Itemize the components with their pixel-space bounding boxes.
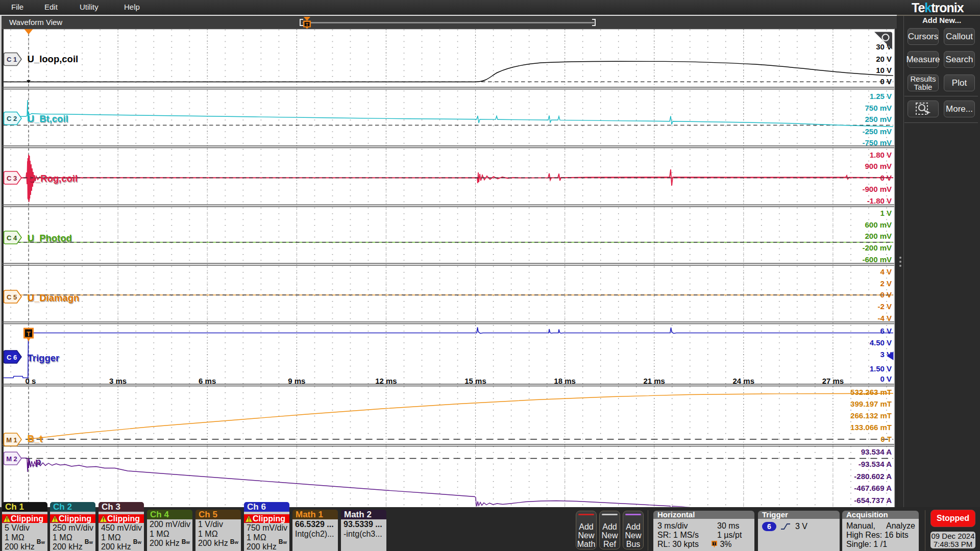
svg-text:-467.669 A: -467.669 A [854,484,892,492]
svg-text:6 ms: 6 ms [199,377,216,385]
svg-text:B_t: B_t [28,433,43,444]
svg-text:0 s: 0 s [26,377,36,385]
svg-text:-600 mV: -600 mV [862,255,892,264]
svg-text:C 5: C 5 [7,293,17,301]
svg-text:-93.534 A: -93.534 A [859,460,892,468]
svg-text:C 2: C 2 [7,115,17,122]
svg-text:0 V: 0 V [880,374,892,383]
svg-text:0 V: 0 V [880,77,892,86]
svg-text:-250 mV: -250 mV [862,127,892,136]
svg-text:1.80 V: 1.80 V [870,151,892,159]
svg-text:24 ms: 24 ms [733,377,755,385]
svg-text:250 mV: 250 mV [865,115,892,123]
svg-text:20 V: 20 V [876,55,892,63]
svg-text:U_Rog,coil: U_Rog,coil [29,173,78,184]
svg-text:U_Diamagn: U_Diamagn [28,292,80,303]
svg-text:-280.602 A: -280.602 A [854,472,892,481]
svg-text:900 mV: 900 mV [865,162,892,170]
svg-text:T: T [27,330,31,338]
svg-text:399.197 mT: 399.197 mT [850,399,892,408]
svg-text:6 V: 6 V [880,327,892,335]
svg-text:C 6: C 6 [7,354,17,361]
svg-text:-654.737 A: -654.737 A [854,496,892,505]
svg-text:-750 mV: -750 mV [862,138,892,147]
svg-text:2 V: 2 V [880,279,892,288]
svg-text:21 ms: 21 ms [643,377,665,385]
svg-text:0 V: 0 V [880,290,892,299]
svg-text:4 V: 4 V [880,267,892,276]
svg-text:M 1: M 1 [6,436,17,444]
svg-text:15 ms: 15 ms [464,377,486,385]
svg-text:10 V: 10 V [876,66,892,74]
svg-text:U_Bt,coil: U_Bt,coil [28,113,68,124]
svg-text:I_p: I_p [28,456,41,467]
svg-text:9 ms: 9 ms [288,377,305,385]
svg-text:1.25 V: 1.25 V [870,92,892,101]
svg-text:-4 V: -4 V [877,314,892,322]
svg-text:Trigger: Trigger [28,353,60,363]
svg-text:-200 mV: -200 mV [862,243,892,252]
svg-text:U_Photod: U_Photod [28,233,72,243]
svg-text:12 ms: 12 ms [375,377,397,385]
svg-text:93.534 A: 93.534 A [861,447,892,456]
svg-text:C 4: C 4 [7,234,17,242]
svg-text:T: T [713,541,716,546]
svg-text:C 1: C 1 [7,56,17,63]
svg-text:0 T: 0 T [880,435,892,443]
svg-text:18 ms: 18 ms [554,377,576,385]
svg-text:1.50 V: 1.50 V [870,364,892,373]
svg-text:27 ms: 27 ms [822,377,844,385]
svg-text:U_loop,coil: U_loop,coil [28,54,79,64]
svg-text:600 mV: 600 mV [865,220,892,229]
svg-text:T: T [306,22,309,27]
svg-text:0 V: 0 V [880,173,892,182]
svg-text:4.50 V: 4.50 V [870,338,892,347]
svg-text:200 mV: 200 mV [865,232,892,240]
svg-text:532.263 mT: 532.263 mT [850,388,892,396]
svg-text:C 3: C 3 [7,174,17,182]
svg-text:-1.80 V: -1.80 V [867,196,892,205]
svg-text:1 V: 1 V [880,209,892,217]
svg-text:M 2: M 2 [6,455,17,463]
svg-text:750 mV: 750 mV [865,104,892,112]
svg-text:-2 V: -2 V [877,302,892,311]
svg-text:-900 mV: -900 mV [862,185,892,193]
svg-text:133.066 mT: 133.066 mT [850,423,892,432]
svg-text:3 ms: 3 ms [109,377,127,385]
svg-text:266.132 mT: 266.132 mT [850,411,892,420]
